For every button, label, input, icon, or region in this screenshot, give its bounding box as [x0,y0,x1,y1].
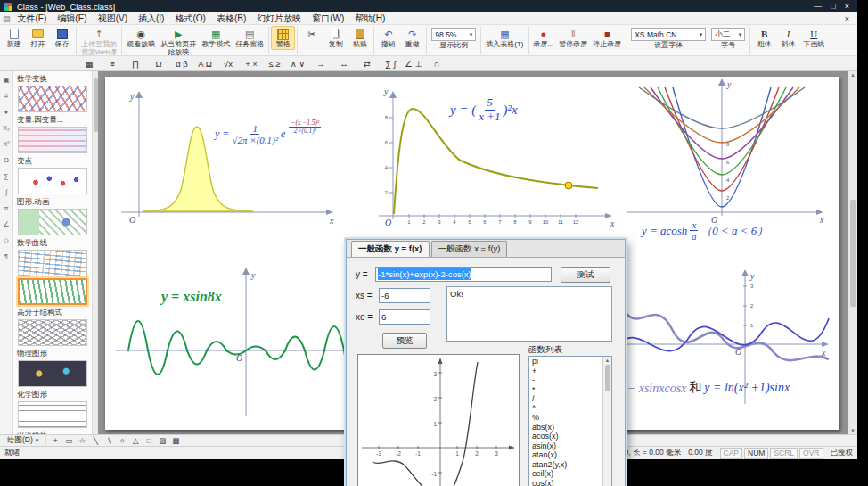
draw-tool-button[interactable]: ╲ [89,436,102,446]
task-pane-button[interactable]: ▤任务窗格 [233,26,266,50]
math-symbol-button[interactable]: Ω [148,57,169,70]
menu-item[interactable]: 视图(V) [93,12,133,25]
draw-tool-button[interactable]: □ [143,436,155,446]
math-symbol-button[interactable]: ∩ [426,57,447,70]
menu-item[interactable]: 文件(F) [12,12,53,25]
sidebar-category-label[interactable]: 变量.因变量... [15,114,92,127]
open-button[interactable]: 打开 [26,26,50,50]
slide-thumbnail[interactable] [18,319,87,346]
slide-thumbnail[interactable] [18,360,87,387]
insert-table-button[interactable]: ▦插入表格(T) [483,26,526,50]
tool-icon[interactable]: ¶ [4,252,8,260]
math-symbol-button[interactable]: ≡ [102,57,123,70]
draw-tool-button[interactable]: ∖ [102,436,115,446]
save-button[interactable]: 保存 [50,26,74,50]
math-symbol-button[interactable]: √x [217,57,239,70]
slide-thumbnail[interactable] [18,209,87,235]
sidebar-category-label[interactable]: 数学曲线 [15,237,92,250]
menu-item[interactable]: 表格(B) [211,12,251,25]
menu-item[interactable]: 窗口(W) [307,12,349,25]
menu-item[interactable]: 格式(O) [169,12,210,25]
formula-catenary[interactable]: y = acosh xa （0 < a < 6） [642,219,768,243]
bold-button[interactable]: B粗体 [752,26,776,50]
function-list-item[interactable]: asin(x) [529,441,602,451]
canvas-scrollbar[interactable]: ▲ ▼ [848,71,857,434]
record-button[interactable]: ●录屏... [531,26,557,50]
function-list-item[interactable]: cos(x) [529,479,602,486]
tab-function-x-of-y[interactable]: 一般函数 x = f(y) [431,241,508,257]
draw-tool-button[interactable]: △ [129,436,142,446]
show-from-current-button[interactable]: ▶从当前页开 始放映 [158,26,199,57]
function-expression-input[interactable]: -1*sin(x)+exp(x)-2-cos(x) [375,267,552,282]
function-list-item[interactable]: + [529,367,602,376]
function-list-item[interactable]: * [529,385,602,395]
stop-record-button[interactable]: ■停止录屏 [590,26,624,50]
math-symbol-button[interactable]: ∑ ∫ [380,57,401,70]
slide-thumbnail[interactable] [18,250,87,276]
tool-icon[interactable]: # [4,92,8,100]
math-symbol-button[interactable]: ⇄ [356,57,378,70]
function-list-item[interactable]: % [529,413,602,423]
scrollbar-thumb[interactable] [850,200,856,307]
formula-normal-distribution[interactable]: y = 1√2π ×(0.1)² e −(x −1.5)²2×(0.1)² [215,123,321,146]
math-symbol-button[interactable]: Α Ω [194,57,216,70]
zoom-combobox[interactable]: 98.5%▾ 显示比例 [429,26,479,51]
math-symbol-button[interactable]: α β [171,57,192,70]
slide-thumbnail[interactable] [18,86,87,112]
plot-rational-function[interactable]: 1 2 3 4 5 6 7 8 9 10 11 12 2 4 6 [368,84,622,240]
draw-tool-button[interactable]: ▨ [156,436,168,446]
sidebar-category-label[interactable]: 化学图形 [15,389,92,401]
list-scrollbar[interactable]: ▲ [602,357,611,486]
tool-icon[interactable]: X² [3,140,10,148]
undo-button[interactable]: ↶撤销 [376,26,400,50]
test-button[interactable]: 测试 [561,267,610,283]
plot-catenary-family[interactable]: 2 4 6 8 O x y y = acosh xa （0 < a < 6） [615,77,833,255]
function-list-item[interactable]: pi [529,357,602,367]
math-symbol-button[interactable]: ▦ [78,57,100,70]
slide-thumbnail-selected[interactable] [18,278,87,305]
draw-menu-button[interactable]: 绘图(D) ▾ [3,434,43,447]
size-combobox[interactable]: 小二▾ 字号 [708,26,748,51]
math-symbol-button[interactable]: ≤ ≥ [264,57,285,70]
draw-tool-button[interactable]: ▭ [62,436,75,446]
upload-button[interactable]: ↥上传至我的 资源Web课 [78,26,119,57]
sidebar-category-label[interactable]: 高分子结构式 [15,307,92,319]
scrollbar-thumb[interactable] [605,365,610,391]
draw-tool-button[interactable]: ▩ [169,436,182,446]
menu-item[interactable]: 幻灯片放映 [251,12,307,25]
function-list-item[interactable]: acos(x) [529,432,602,441]
menu-item[interactable]: 插入(I) [133,12,169,25]
paste-button[interactable]: 粘贴 [348,26,372,50]
close-button[interactable]: × [845,2,849,11]
function-list-item[interactable]: atan(x) [529,450,602,460]
sidebar-category-label[interactable]: 数学变换 [15,73,92,86]
preview-button[interactable]: 预览 [382,333,427,349]
child-close-button[interactable]: × [839,14,855,23]
draw-tool-button[interactable]: ☆ [76,436,88,446]
tool-icon[interactable]: ∠ [4,220,10,228]
tool-icon[interactable]: X₂ [3,124,10,132]
slide-thumbnail[interactable] [18,168,87,194]
function-list-item[interactable]: ^ [529,404,602,414]
sidebar-category-label[interactable]: 变点 [15,155,92,168]
menu-item[interactable]: 编辑(E) [52,12,92,25]
function-list-item[interactable]: atan2(y,x) [529,460,602,470]
formula-rational[interactable]: y = ( 5x +1 )²x [450,96,518,123]
math-symbol-button[interactable]: ∠ ⊥ [403,57,424,70]
function-list-item[interactable]: abs(x) [529,423,602,432]
pause-record-button[interactable]: ‖暂停录屏 [556,26,590,50]
draw-tool-button[interactable]: ○ [116,436,128,446]
new-button[interactable]: 新建 [2,26,26,50]
sidebar-category-label[interactable]: 物理图形 [15,348,92,360]
xs-input[interactable] [379,288,430,303]
redo-button[interactable]: ↷重做 [400,26,424,50]
tool-icon[interactable]: ▣ [3,76,9,84]
draggable-point[interactable] [565,182,572,189]
math-symbol-button[interactable]: ∧ ∨ [287,57,308,70]
tool-icon[interactable]: π [4,204,8,212]
tool-icon[interactable]: ∫ [5,188,7,196]
xe-input[interactable] [379,309,430,325]
tool-icon[interactable]: ♦ [4,108,8,116]
scroll-up-icon[interactable]: ▲ [605,358,610,363]
sidebar-scrollbar[interactable] [92,71,98,434]
